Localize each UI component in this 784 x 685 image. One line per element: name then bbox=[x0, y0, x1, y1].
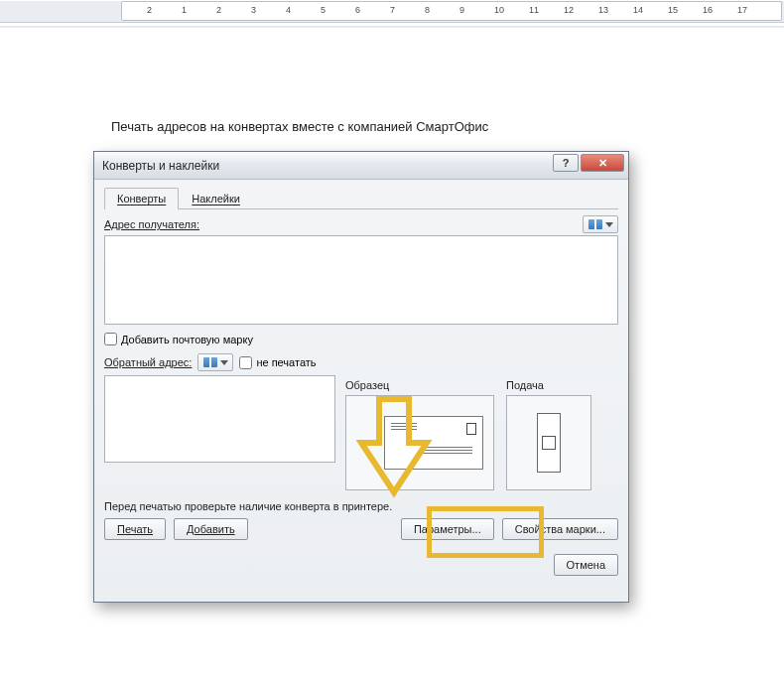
ruler-number: 9 bbox=[459, 5, 464, 15]
ruler-number: 11 bbox=[529, 5, 539, 15]
feed-label: Подача bbox=[506, 379, 591, 391]
no-print-label: не печатать bbox=[256, 356, 316, 368]
ruler-number: 6 bbox=[355, 5, 360, 15]
no-print-checkbox[interactable] bbox=[239, 356, 252, 369]
ruler-number: 5 bbox=[321, 5, 326, 15]
address-book-icon bbox=[588, 219, 602, 229]
add-postage-row[interactable]: Добавить почтовую марку bbox=[104, 333, 618, 345]
ruler-number: 7 bbox=[390, 5, 395, 15]
pre-print-hint: Перед печатью проверьте наличие конверта… bbox=[104, 500, 618, 512]
ruler-number: 15 bbox=[668, 5, 678, 15]
envelopes-labels-dialog: Конверты и наклейки ? ✕ Конверты Наклейк… bbox=[93, 151, 629, 603]
ruler-number: 12 bbox=[564, 5, 574, 15]
tab-envelopes[interactable]: Конверты bbox=[104, 188, 179, 209]
ruler-number: 16 bbox=[703, 5, 713, 15]
cancel-button[interactable]: Отмена bbox=[554, 554, 618, 576]
ruler-number: 10 bbox=[494, 5, 504, 15]
dialog-titlebar[interactable]: Конверты и наклейки ? ✕ bbox=[94, 152, 628, 180]
tab-labels[interactable]: Наклейки bbox=[179, 188, 253, 208]
ruler-number: 14 bbox=[633, 5, 643, 15]
feed-preview[interactable] bbox=[506, 395, 591, 490]
sample-label: Образец bbox=[345, 379, 494, 391]
tab-envelopes-label: Конверты bbox=[117, 193, 166, 205]
recipient-address-label: Адрес получателя: bbox=[104, 218, 199, 230]
dialog-title: Конверты и наклейки bbox=[102, 159, 219, 173]
add-postage-checkbox[interactable] bbox=[104, 333, 117, 345]
print-button[interactable]: Печать bbox=[104, 518, 166, 540]
page-divider bbox=[0, 26, 784, 28]
sample-preview[interactable] bbox=[345, 395, 494, 490]
horizontal-ruler: 121234567891011121314151617 bbox=[121, 1, 782, 21]
recipient-address-input[interactable] bbox=[104, 235, 618, 325]
stamp-properties-button[interactable]: Свойства марки... bbox=[502, 518, 618, 540]
tab-strip: Конверты Наклейки bbox=[104, 188, 618, 209]
help-button[interactable]: ? bbox=[553, 154, 579, 172]
ruler-number: 3 bbox=[251, 5, 256, 15]
tab-labels-label: Наклейки bbox=[192, 193, 240, 205]
no-print-row[interactable]: не печатать bbox=[239, 356, 316, 369]
add-postage-label: Добавить почтовую марку bbox=[121, 334, 253, 345]
return-address-book-dropdown[interactable] bbox=[197, 353, 233, 371]
chevron-down-icon bbox=[605, 222, 613, 227]
ruler-number: 8 bbox=[425, 5, 430, 15]
chevron-down-icon bbox=[220, 360, 228, 365]
ruler-container: 121234567891011121314151617 bbox=[0, 1, 784, 23]
close-button[interactable]: ✕ bbox=[581, 154, 624, 172]
add-button[interactable]: Добавить bbox=[174, 518, 248, 540]
envelope-icon bbox=[384, 416, 483, 470]
ruler-number: 17 bbox=[737, 5, 747, 15]
ruler-number: 2 bbox=[216, 5, 221, 15]
options-button[interactable]: Параметры... bbox=[401, 518, 494, 540]
address-book-icon bbox=[203, 357, 217, 367]
ruler-number: 13 bbox=[598, 5, 608, 15]
ruler-number: 4 bbox=[286, 5, 291, 15]
address-book-dropdown[interactable] bbox=[583, 215, 618, 233]
ruler-number: 2 bbox=[147, 5, 152, 15]
return-address-input[interactable] bbox=[104, 375, 335, 463]
dialog-body: Конверты Наклейки Адрес получателя: Доба… bbox=[94, 180, 628, 586]
return-address-label: Обратный адрес: bbox=[104, 356, 192, 368]
document-body-text: Печать адресов на конвертах вместе с ком… bbox=[111, 119, 488, 134]
ruler-number: 1 bbox=[182, 5, 187, 15]
feed-envelope-icon bbox=[537, 413, 561, 473]
